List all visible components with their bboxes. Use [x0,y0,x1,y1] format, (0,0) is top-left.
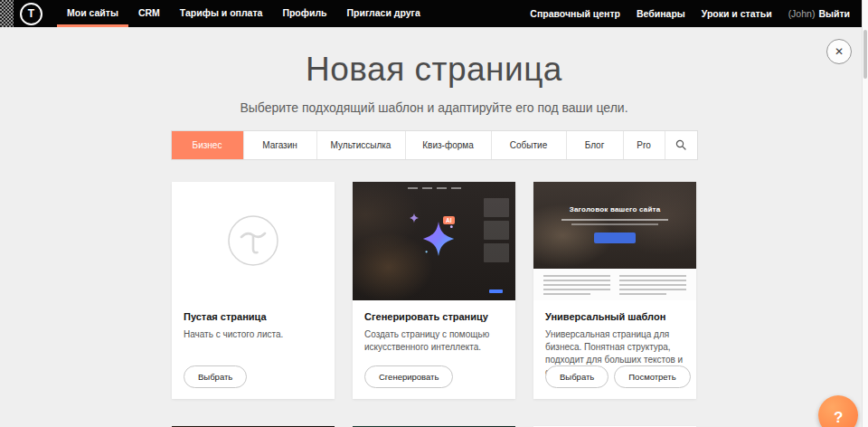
link-label: Уроки и статьи [702,8,772,19]
ai-badge: AI [443,216,455,225]
card-description: Создать страницу с помощью искусственног… [364,328,504,354]
generate-button[interactable]: Сгенерировать [364,365,453,388]
tab-label: Бизнес [193,140,222,150]
card-title: Универсальный шаблон [545,311,684,322]
tab-label: Блог [585,140,605,150]
card-actions: Сгенерировать [364,365,453,388]
universal-card-preview[interactable]: Заголовок вашего сайта [533,182,696,300]
tab-multilink[interactable]: Мультиссылка [316,131,405,159]
help-button[interactable]: ? [818,395,858,427]
tab-label: Событие [510,140,547,150]
ai-sparkle-icon [420,220,458,258]
close-button[interactable]: ✕ [826,39,852,64]
link-lessons-articles[interactable]: Уроки и статьи [693,8,780,19]
link-webinars[interactable]: Вебинары [628,8,693,19]
link-help-center[interactable]: Справочный центр [522,8,628,19]
text-placeholder [571,223,658,225]
card-body: Сгенерировать страницу Создать страницу … [353,300,515,354]
template-card-blank: Пустая страница Начать с чистого листа. … [172,182,335,399]
preview-text-section [533,269,696,300]
sparkle-small-icon [409,213,420,223]
nav-item-label: Профиль [282,7,326,18]
nav-item-invite-friend[interactable]: Пригласи друга [337,0,430,27]
tab-label: Мультиссылка [331,140,392,150]
card-actions: Выбрать [184,365,247,388]
user-name: (John) [788,8,816,19]
tab-label: Pro [637,140,651,150]
user-area: (John) Выйти [780,8,850,19]
preview-hero: Заголовок вашего сайта [533,182,696,269]
topbar-nav: Мои сайты CRM Тарифы и оплата Профиль Пр… [57,0,430,27]
template-card-generate: AI Сгенерировать страницу Создать страни… [353,182,515,399]
nav-item-crm[interactable]: CRM [128,0,170,27]
tab-business[interactable]: Бизнес [172,131,243,159]
preview-nav-placeholder [353,187,515,189]
tab-event[interactable]: Событие [491,131,566,159]
template-category-tabs: Бизнес Магазин Мультиссылка Квиз-форма С… [171,130,698,160]
tab-shop[interactable]: Магазин [243,131,316,159]
nav-item-label: CRM [138,7,160,18]
choose-button[interactable]: Выбрать [184,365,247,388]
topbar: T Мои сайты CRM Тарифы и оплата Профиль … [0,0,868,27]
text-placeholder [561,219,668,221]
tab-label: Квиз-форма [422,140,473,150]
search-icon [675,139,686,150]
link-label: Вебинары [637,8,685,19]
blank-card-preview[interactable] [172,182,335,300]
close-icon: ✕ [835,45,844,58]
tab-label: Магазин [262,140,297,150]
preview-button[interactable]: Посмотреть [614,365,690,388]
scrollbar-thumb[interactable] [863,30,867,79]
page-title: Новая страница [0,52,868,89]
card-body: Пустая страница Начать с чистого листа. [172,300,335,341]
topbar-right: Справочный центр Вебинары Уроки и статьи… [522,0,850,27]
template-grid: Пустая страница Начать с чистого листа. … [172,182,696,399]
text-placeholder [543,275,610,300]
nav-item-tariffs[interactable]: Тарифы и оплата [170,0,273,27]
card-description: Начать с чистого листа. [184,328,323,341]
nav-item-label: Тарифы и оплата [180,7,263,18]
page-subtitle: Выберите подходящий шаблон и адаптируйте… [0,100,868,115]
nav-item-profile[interactable]: Профиль [272,0,336,27]
preview-heading: Заголовок вашего сайта [570,205,661,214]
generate-card-preview[interactable]: AI [353,182,515,300]
tilda-mark-icon [227,214,279,267]
choose-button[interactable]: Выбрать [545,365,609,388]
nav-item-label: Пригласи друга [347,7,420,18]
tab-pro[interactable]: Pro [623,131,665,159]
tab-search[interactable] [665,131,697,159]
text-placeholder [619,275,686,300]
scrollbar[interactable] [862,0,868,427]
preview-blue-bar [489,289,503,293]
preview-panels-placeholder [484,198,509,262]
new-page-screen: T Мои сайты CRM Тарифы и оплата Профиль … [0,0,868,427]
link-label: Справочный центр [530,8,620,19]
logout-link[interactable]: Выйти [818,8,850,19]
tilda-logo[interactable]: T [20,3,42,25]
dither-pattern [0,0,14,27]
card-title: Сгенерировать страницу [364,311,504,322]
tab-blog[interactable]: Блог [566,131,623,159]
preview-cta-button [594,232,636,243]
card-actions: Выбрать Посмотреть [545,365,691,388]
tab-quiz-form[interactable]: Квиз-форма [405,131,491,159]
tilda-logo-letter: T [28,8,34,19]
nav-item-my-sites[interactable]: Мои сайты [57,0,128,27]
template-card-universal: Заголовок вашего сайта Универсальный шаб… [533,182,696,399]
question-icon: ? [834,409,843,427]
nav-item-label: Мои сайты [67,7,118,18]
card-title: Пустая страница [184,311,323,322]
